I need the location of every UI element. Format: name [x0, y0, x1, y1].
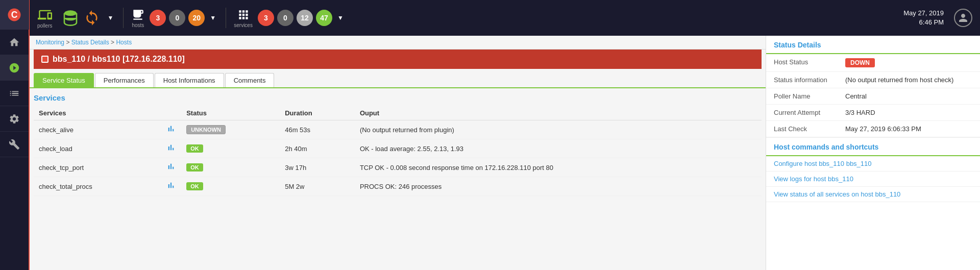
table-row[interactable]: check_load OK 2h 40m OK - load average: … — [34, 139, 762, 158]
services-group: services 3 0 12 47 ▼ — [234, 8, 346, 28]
shortcut-link[interactable]: View status of all services on host bbs_… — [766, 187, 980, 202]
breadcrumb-hosts[interactable]: Hosts — [116, 39, 132, 46]
pollers-icon[interactable]: pollers — [37, 8, 52, 29]
service-duration: 3w 17h — [280, 158, 355, 177]
breadcrumb: Monitoring > Status Details > Hosts — [30, 36, 766, 50]
sidebar-item-home[interactable] — [0, 30, 29, 55]
services-lightgray-count[interactable]: 12 — [297, 10, 313, 26]
status-detail-row: Host Status DOWN — [766, 54, 980, 72]
hosts-label: hosts — [132, 22, 144, 28]
status-detail-row: Last Check May 27, 2019 6:06:33 PM — [766, 121, 980, 137]
tab-performances[interactable]: Performances — [95, 73, 154, 87]
db-icon[interactable] — [62, 10, 79, 26]
service-output: TCP OK - 0.008 second response time on 1… — [355, 158, 762, 177]
table-row[interactable]: check_alive UNKNOWN 46m 53s (No output r… — [34, 120, 762, 139]
services-green-count[interactable]: 47 — [316, 10, 332, 26]
service-duration: 5M 2w — [280, 177, 355, 196]
shortcuts-section: Host commands and shortcuts Configure ho… — [766, 137, 980, 202]
service-chart-icon[interactable] — [161, 139, 181, 158]
services-section: Services Services Status Duration Ouput … — [30, 88, 766, 270]
service-name: check_total_procs — [34, 177, 161, 196]
service-output: OK - load average: 2.55, 2.13, 1.93 — [355, 139, 762, 158]
status-value-cell: Central — [838, 88, 980, 105]
service-duration: 46m 53s — [280, 120, 355, 139]
nav-date: May 27, 2019 — [903, 9, 944, 18]
status-detail-row: Current Attempt 3/3 HARD — [766, 105, 980, 121]
sidebar-item-graph[interactable] — [0, 81, 29, 106]
hosts-orange-count[interactable]: 20 — [188, 10, 205, 26]
services-gray-count[interactable]: 0 — [277, 10, 293, 26]
nav-time: 6:46 PM — [903, 18, 944, 27]
sidebar-item-settings[interactable] — [0, 106, 29, 132]
breadcrumb-status-details[interactable]: Status Details — [71, 39, 109, 46]
status-details-table: Host Status DOWN Status information (No … — [766, 54, 980, 137]
status-value: (No output returned from host check) — [845, 76, 953, 84]
nav-datetime: May 27, 2019 6:46 PM — [903, 9, 944, 27]
service-output: PROCS OK: 246 processes — [355, 177, 762, 196]
status-detail-row: Poller Name Central — [766, 88, 980, 105]
service-chart-icon[interactable] — [161, 158, 181, 177]
tab-comments[interactable]: Comments — [225, 73, 275, 87]
main-panel: Monitoring > Status Details > Hosts bbs_… — [30, 36, 766, 270]
main-area: pollers ▼ hosts 3 0 20 ▼ — [30, 0, 980, 270]
services-table: Services Status Duration Ouput check_ali… — [34, 106, 762, 196]
pollers-dropdown[interactable]: ▼ — [105, 13, 115, 22]
status-value-cell: May 27, 2019 6:06:33 PM — [838, 121, 980, 137]
services-label: services — [234, 22, 253, 28]
service-chart-icon[interactable] — [161, 120, 181, 139]
service-name: check_tcp_port — [34, 158, 161, 177]
col-duration: Duration — [280, 106, 355, 120]
pollers-label: pollers — [37, 23, 52, 29]
shortcut-link[interactable]: View logs for host bbs_110 — [766, 171, 980, 187]
hosts-red-count[interactable]: 3 — [150, 10, 166, 26]
services-title: Services — [34, 93, 762, 102]
separator-2 — [226, 8, 226, 28]
hosts-icon: hosts — [131, 8, 144, 28]
sidebar-item-monitoring[interactable] — [0, 55, 29, 81]
host-header: bbs_110 / bbs110 [172.16.228.110] — [34, 50, 762, 69]
services-icon: services — [234, 8, 253, 28]
service-status: OK — [181, 177, 280, 196]
shortcuts-title: Host commands and shortcuts — [766, 137, 980, 156]
status-value: Central — [845, 92, 867, 100]
refresh-icon[interactable] — [84, 10, 100, 26]
table-row[interactable]: check_tcp_port OK 3w 17h TCP OK - 0.008 … — [34, 158, 762, 177]
hosts-gray-count[interactable]: 0 — [169, 10, 185, 26]
service-output: (No output returned from plugin) — [355, 120, 762, 139]
shortcut-link[interactable]: Configure host bbs_110 bbs_110 — [766, 156, 980, 171]
service-chart-icon[interactable] — [161, 177, 181, 196]
status-value-cell: 3/3 HARD — [838, 105, 980, 121]
status-label: Poller Name — [766, 88, 838, 105]
service-status: UNKNOWN — [181, 120, 280, 139]
status-value-cell: (No output returned from host check) — [838, 72, 980, 88]
sidebar-logo[interactable]: C — [0, 0, 29, 30]
services-red-count[interactable]: 3 — [258, 10, 274, 26]
pollers-group[interactable]: pollers — [37, 8, 52, 29]
table-row[interactable]: check_total_procs OK 5M 2w PROCS OK: 246… — [34, 177, 762, 196]
sidebar-item-tools[interactable] — [0, 132, 29, 157]
col-status: Status — [181, 106, 280, 120]
service-status: OK — [181, 158, 280, 177]
host-status-icon — [41, 56, 48, 63]
status-label: Status information — [766, 72, 838, 88]
tabs-bar: Service Status Performances Host Informa… — [30, 69, 766, 88]
hosts-group: hosts 3 0 20 ▼ — [131, 8, 218, 28]
navbar: pollers ▼ hosts 3 0 20 ▼ — [30, 0, 980, 36]
tab-host-informations[interactable]: Host Informations — [155, 73, 224, 87]
status-value-cell: DOWN — [838, 54, 980, 72]
status-label: Current Attempt — [766, 105, 838, 121]
tab-service-status[interactable]: Service Status — [34, 73, 94, 87]
breadcrumb-monitoring[interactable]: Monitoring — [36, 39, 64, 46]
sidebar: C — [0, 0, 30, 270]
service-status: OK — [181, 139, 280, 158]
svg-text:C: C — [11, 10, 18, 20]
breadcrumb-sep1: > — [66, 39, 71, 46]
hosts-dropdown[interactable]: ▼ — [208, 13, 218, 22]
services-dropdown[interactable]: ▼ — [335, 13, 346, 22]
user-icon[interactable] — [954, 9, 972, 27]
col-chart — [161, 106, 181, 120]
status-label: Host Status — [766, 54, 838, 72]
service-duration: 2h 40m — [280, 139, 355, 158]
service-name: check_alive — [34, 120, 161, 139]
breadcrumb-sep2: > — [111, 39, 116, 46]
